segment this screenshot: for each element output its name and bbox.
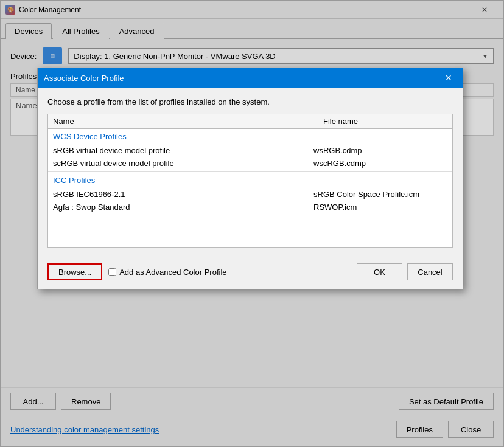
profile-name: sRGB virtual device model profile (53, 146, 313, 155)
advanced-color-profile-checkbox[interactable] (108, 268, 116, 276)
main-window: 🎨 Color Management ✕ Devices All Profile… (0, 0, 504, 447)
dialog-ok-cancel: OK Cancel (357, 263, 453, 280)
dialog-footer: Browse... Add as Advanced Color Profile … (38, 257, 463, 289)
file-column-header: File name (318, 114, 452, 128)
group-separator (48, 171, 452, 172)
ok-button[interactable]: OK (357, 263, 402, 280)
profile-file: wsRGB.cdmp (313, 146, 447, 155)
dialog-title: Associate Color Profile (44, 74, 124, 83)
profile-name: Agfa : Swop Standard (53, 203, 313, 212)
cancel-button[interactable]: Cancel (407, 263, 453, 280)
icc-group-header: ICC Profiles (48, 173, 452, 188)
profile-name: scRGB virtual device model profile (53, 159, 313, 168)
dialog-overlay: Associate Color Profile ✕ Choose a profi… (1, 1, 503, 446)
list-item[interactable]: sRGB virtual device model profile wsRGB.… (48, 144, 452, 157)
profile-file: sRGB Color Space Profile.icm (313, 190, 447, 199)
dialog-title-bar: Associate Color Profile ✕ (38, 68, 463, 88)
list-item[interactable]: sRGB IEC61966-2.1 sRGB Color Space Profi… (48, 188, 452, 201)
profile-file: RSWOP.icm (313, 203, 447, 212)
list-item[interactable]: scRGB virtual device model profile wscRG… (48, 157, 452, 170)
dialog-body: Choose a profile from the list of profil… (38, 88, 463, 257)
profile-table: Name File name WCS Device Profiles sRGB … (47, 114, 453, 248)
list-item[interactable]: Agfa : Swop Standard RSWOP.icm (48, 201, 452, 213)
browse-button[interactable]: Browse... (47, 263, 102, 280)
dialog-instruction: Choose a profile from the list of profil… (47, 97, 453, 106)
name-column-header: Name (48, 114, 318, 128)
dialog-close-button[interactable]: ✕ (441, 70, 457, 86)
profile-file: wscRGB.cdmp (313, 159, 447, 168)
associate-color-profile-dialog: Associate Color Profile ✕ Choose a profi… (37, 68, 463, 289)
profile-name: sRGB IEC61966-2.1 (53, 190, 313, 199)
checkbox-text: Add as Advanced Color Profile (119, 268, 226, 277)
wcs-group-header: WCS Device Profiles (48, 129, 452, 144)
advanced-color-profile-checkbox-label[interactable]: Add as Advanced Color Profile (108, 268, 351, 277)
profile-table-header: Name File name (48, 114, 452, 129)
